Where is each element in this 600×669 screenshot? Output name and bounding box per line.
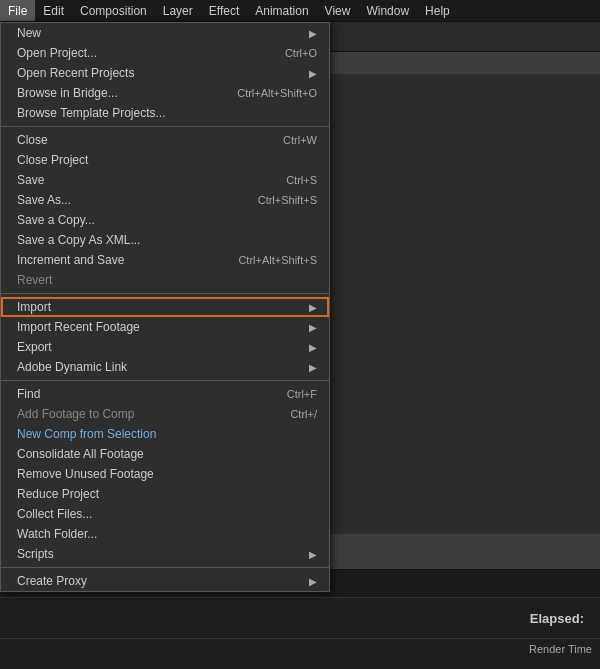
menu-item-browse-templates[interactable]: Browse Template Projects... (1, 103, 329, 123)
arrow-icon: ▶ (309, 322, 317, 333)
arrow-icon: ▶ (309, 549, 317, 560)
menu-edit[interactable]: Edit (35, 0, 72, 21)
menu-item-find[interactable]: Find Ctrl+F (1, 384, 329, 404)
menu-window[interactable]: Window (358, 0, 417, 21)
menu-item-save-copy-xml[interactable]: Save a Copy As XML... (1, 230, 329, 250)
menu-item-save-copy[interactable]: Save a Copy... (1, 210, 329, 230)
arrow-icon: ▶ (309, 28, 317, 39)
arrow-icon: ▶ (309, 342, 317, 353)
arrow-icon: ▶ (309, 362, 317, 373)
menu-item-open-project[interactable]: Open Project... Ctrl+O (1, 43, 329, 63)
menu-effect[interactable]: Effect (201, 0, 247, 21)
menu-item-save[interactable]: Save Ctrl+S (1, 170, 329, 190)
menu-item-adobe-dynamic-link[interactable]: Adobe Dynamic Link ▶ (1, 357, 329, 377)
menu-item-watch-folder[interactable]: Watch Folder... (1, 524, 329, 544)
render-time-label: Render Time (529, 643, 592, 655)
menu-item-browse-bridge[interactable]: Browse in Bridge... Ctrl+Alt+Shift+O (1, 83, 329, 103)
separator (1, 567, 329, 568)
menu-item-collect-files[interactable]: Collect Files... (1, 504, 329, 524)
menu-item-save-as[interactable]: Save As... Ctrl+Shift+S (1, 190, 329, 210)
elapsed-label: Elapsed: (530, 611, 584, 626)
menu-view[interactable]: View (317, 0, 359, 21)
menu-item-increment-save[interactable]: Increment and Save Ctrl+Alt+Shift+S (1, 250, 329, 270)
menu-item-new[interactable]: New ▶ (1, 23, 329, 43)
separator (1, 293, 329, 294)
arrow-icon: ▶ (309, 576, 317, 587)
menu-item-open-recent[interactable]: Open Recent Projects ▶ (1, 63, 329, 83)
menu-item-close-project[interactable]: Close Project (1, 150, 329, 170)
menu-item-consolidate[interactable]: Consolidate All Footage (1, 444, 329, 464)
menu-item-reduce-project[interactable]: Reduce Project (1, 484, 329, 504)
menu-help[interactable]: Help (417, 0, 458, 21)
menu-item-close[interactable]: Close Ctrl+W (1, 130, 329, 150)
menu-item-revert: Revert (1, 270, 329, 290)
menubar: File Edit Composition Layer Effect Anima… (0, 0, 600, 22)
menu-layer[interactable]: Layer (155, 0, 201, 21)
menu-item-scripts[interactable]: Scripts ▶ (1, 544, 329, 564)
menu-item-create-proxy[interactable]: Create Proxy ▶ (1, 571, 329, 591)
separator (1, 380, 329, 381)
menu-item-export[interactable]: Export ▶ (1, 337, 329, 357)
file-menu-dropdown: New ▶ Open Project... Ctrl+O Open Recent… (0, 22, 330, 592)
menu-item-add-footage: Add Footage to Comp Ctrl+/ (1, 404, 329, 424)
menu-animation[interactable]: Animation (247, 0, 316, 21)
menu-item-import-recent[interactable]: Import Recent Footage ▶ (1, 317, 329, 337)
menu-item-new-comp-selection[interactable]: New Comp from Selection (1, 424, 329, 444)
menu-item-import[interactable]: Import ▶ (1, 297, 329, 317)
arrow-icon: ▶ (309, 302, 317, 313)
menu-file[interactable]: File (0, 0, 35, 21)
arrow-icon: ▶ (309, 68, 317, 79)
separator (1, 126, 329, 127)
menu-composition[interactable]: Composition (72, 0, 155, 21)
menu-item-remove-unused[interactable]: Remove Unused Footage (1, 464, 329, 484)
